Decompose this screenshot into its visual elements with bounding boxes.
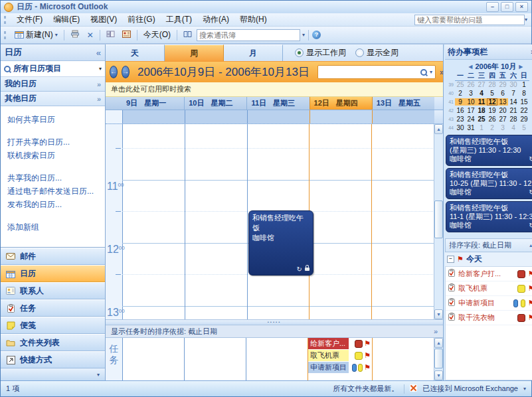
nav-link[interactable]: 通过电子邮件发送日历... [7,185,105,198]
all-day-cell[interactable] [185,110,247,123]
flag-icon[interactable]: ⚑ [364,352,371,359]
minimize-nav-pane-button[interactable]: « [96,48,101,58]
menu-item[interactable]: 视图(V) [85,13,122,26]
menu-item[interactable]: 动作(A) [197,13,234,26]
grid-scrollbar[interactable]: ▲▼ [434,124,443,319]
mini-calendar-day[interactable]: 29 [519,116,529,123]
todo-task-row[interactable]: 给新客户打...⚑ [446,267,532,281]
mini-calendar-day[interactable]: 2 [455,90,466,97]
mini-calendar-day[interactable]: 3 [497,124,508,131]
view-switch-button[interactable] [104,29,118,41]
mini-calendar-day[interactable]: 4 [508,124,519,131]
help-search-input[interactable] [414,15,525,25]
mini-calendar-day[interactable]: 9 [455,98,466,106]
chevron-double-icon[interactable]: » [97,95,101,103]
mini-calendar-day[interactable]: 12 [487,98,497,106]
day-header[interactable]: 12日星期四 [310,97,373,110]
nav-section[interactable]: 其他日历» [1,92,105,106]
todo-task-row[interactable]: 取干洗衣物⚑ [446,311,532,325]
week-option-radio[interactable]: 显示全周 [355,47,399,58]
day-column[interactable] [372,124,434,319]
mini-calendar-day[interactable]: 23 [455,116,466,123]
mini-calendar-day[interactable]: 10 [466,98,476,106]
scrollbar-track[interactable] [434,348,443,370]
all-day-cell[interactable] [123,110,185,123]
menu-item[interactable]: 帮助(H) [234,13,272,26]
minimize-button[interactable]: – [486,2,499,12]
mini-calendar-day[interactable]: 25 [455,81,466,88]
today-group-header[interactable]: − ⚑ 今天 [445,252,532,267]
task-scrollbar[interactable]: ▲▼ [434,338,443,380]
address-card-button[interactable] [120,29,133,41]
mini-calendar-day[interactable]: 5 [519,124,529,131]
task-sort-header[interactable]: 排序字段: 截止日期 ▲ [445,238,532,252]
menu-item[interactable]: 工具(T) [161,13,197,26]
menu-item[interactable]: 文件(F) [11,13,48,26]
flag-icon[interactable]: ⚑ [364,364,371,371]
mini-calendar-day[interactable]: 24 [466,116,476,123]
tab-selected[interactable]: 周 [165,44,224,61]
mini-calendar-day[interactable]: 11 [476,98,487,106]
sidebar-item-folder-list[interactable]: 文件夹列表 [1,334,105,351]
nav-link[interactable]: 如何共享日历 [7,113,105,126]
menu-item[interactable]: 前往(G) [122,13,160,26]
mini-calendar-day[interactable]: 7 [508,90,519,97]
delete-button[interactable]: ✕ [84,29,96,41]
scroll-down-icon[interactable]: ▼ [434,370,443,380]
nav-link[interactable]: 发布我的日历... [7,198,105,211]
tab-view[interactable]: 月 [224,44,283,61]
scrollbar-thumb[interactable] [434,200,443,238]
close-button[interactable]: × [515,2,528,12]
mini-calendar-day[interactable]: 26 [466,81,476,88]
chevron-down-icon[interactable]: ▾ [99,66,102,72]
appointment-card[interactable]: 和销售经理吃午饭(星期三) 11:30 - 12:30咖啡馆↻ [446,135,532,166]
task-day-column[interactable] [246,338,308,380]
day-header[interactable]: 13日星期五 [373,97,434,110]
mini-calendar-day[interactable]: 1 [519,81,529,88]
forward-icon[interactable]: → [122,66,130,78]
configure-buttons-row[interactable]: ▾ [1,368,105,380]
back-icon[interactable]: ← [110,66,118,78]
mini-calendar-day[interactable]: 5 [487,90,497,97]
all-day-cell[interactable] [310,110,373,123]
day-header[interactable]: 9日星期一 [122,97,184,110]
day-column[interactable] [185,124,247,319]
mini-calendar-day[interactable]: 27 [476,81,487,88]
day-header[interactable]: 11日星期三 [246,97,309,110]
week-option-radio[interactable]: 显示工作周 [295,47,346,58]
sidebar-item-contacts[interactable]: 联系人 [1,282,105,299]
day-column[interactable] [123,124,185,319]
mini-calendar-day[interactable]: 31 [466,124,476,131]
task-day-column[interactable] [373,338,434,380]
day-column[interactable] [309,124,372,319]
help-icon[interactable]: ? [312,31,321,39]
mini-calendar-day[interactable]: 2 [487,124,497,131]
flag-icon[interactable]: ⚑ [528,285,532,292]
all-calendar-items[interactable]: 所有日历项目 ▾ [1,61,105,77]
todo-task-row[interactable]: 申请新项目⚑ [446,296,532,311]
mini-calendar-day[interactable]: 22 [519,107,529,114]
mini-calendar-day[interactable]: 8 [519,90,529,97]
mini-calendar-day[interactable]: 30 [455,124,466,131]
calendar-search-input[interactable] [321,68,418,77]
menu-item[interactable]: 编辑(E) [48,13,85,26]
mini-calendar-day[interactable]: 21 [508,107,519,114]
todo-task-row[interactable]: 取飞机票⚑ [446,281,532,296]
flag-icon[interactable]: ⚑ [528,299,532,307]
appointment-card[interactable]: 和销售经理吃午饭10-25 (星期三) 11:30 - 12:30咖啡馆↻ [446,168,532,199]
task-row[interactable]: 给新客户...⚑ [308,338,372,349]
maximize-button[interactable]: □ [501,2,513,12]
mini-calendar-day[interactable]: 6 [497,90,508,97]
calendar-event[interactable]: 和销售经理吃午饭咖啡馆↻ [248,210,313,276]
task-day-column[interactable]: 给新客户...⚑取飞机票⚑申请新项目⚑ [308,338,373,380]
chevron-double-icon[interactable]: » [434,327,438,335]
today-button[interactable]: 今天(O) [141,28,173,42]
address-book-button[interactable] [181,29,195,41]
all-day-cell[interactable] [247,110,310,123]
flag-icon[interactable]: ⚑ [528,270,532,278]
toolbar-grip[interactable] [4,31,8,39]
mini-calendar-day[interactable]: 29 [497,81,508,88]
scrollbar-thumb[interactable] [434,349,443,368]
task-section-header[interactable]: 显示任务时的排序依据: 截止日期 » [106,325,443,338]
nav-link[interactable]: 添加新组 [7,220,105,234]
